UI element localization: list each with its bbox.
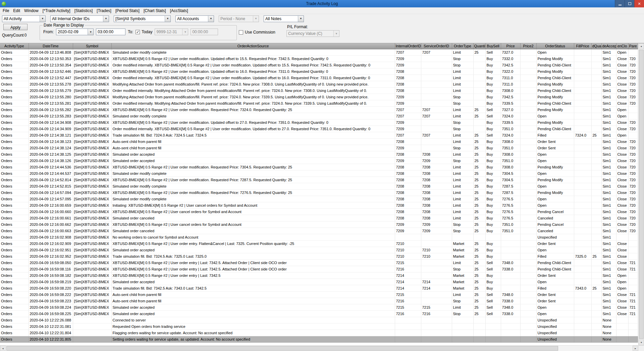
column-header[interactable]: Symbol bbox=[73, 43, 111, 49]
table-row[interactable]: Orders2020-04-09 12:16:02.909[Sim]XBTUSD… bbox=[0, 240, 638, 247]
chevron-down-icon[interactable]: ▼ bbox=[88, 29, 93, 35]
column-header[interactable]: ServiceOrderID bbox=[421, 43, 452, 49]
chevron-down-icon[interactable]: ▼ bbox=[298, 16, 304, 22]
column-header[interactable]: OrderStatus bbox=[536, 43, 574, 49]
column-header[interactable]: DateTime bbox=[29, 43, 73, 49]
table-row[interactable]: Orders2020-04-09 16:59:08.220[Sim]XBTUSD… bbox=[0, 285, 638, 291]
column-header[interactable]: OrderActionSource bbox=[111, 43, 395, 49]
table-row[interactable]: Orders2020-04-09 12:14:34.909[Sim]XBTUSD… bbox=[0, 126, 638, 132]
column-header[interactable]: dQuan bbox=[591, 43, 601, 49]
horizontal-scrollbar[interactable]: ◄ ► bbox=[0, 345, 644, 351]
table-row[interactable]: Orders2020-04-09 12:13:55.283[Sim]XBTUSD… bbox=[0, 113, 638, 119]
scroll-right-icon[interactable]: ► bbox=[633, 346, 638, 351]
table-row[interactable]: Orders2020-04-09 12:14:57.094[Sim]XBTUSD… bbox=[0, 189, 638, 196]
scroll-down-icon[interactable]: ▼ bbox=[639, 340, 644, 345]
minimize-button[interactable] bbox=[615, 0, 625, 7]
accounts-filter-dropdown[interactable]: All Accounts ▼ bbox=[175, 15, 214, 22]
symbols-filter-dropdown[interactable]: [Sim]All Symbols ▼ bbox=[114, 15, 171, 22]
menu-item[interactable]: Window bbox=[23, 8, 41, 14]
vertical-scroll-thumb[interactable] bbox=[639, 50, 644, 339]
table-row[interactable]: Orders2020-04-09 12:13:46.808[Sim]XBTUSD… bbox=[0, 49, 638, 55]
table-row[interactable]: Orders2020-04-09 12:16:00.660[Sim]XBTUSD… bbox=[0, 208, 638, 215]
table-row[interactable]: Orders2020-04-09 12:14:34.908[Sim]XBTUSD… bbox=[0, 119, 638, 126]
column-header[interactable]: InternalOrderID bbox=[395, 43, 421, 49]
table-row[interactable]: Orders2020-04-09 12:16:00.662[Sim]XBTUSD… bbox=[0, 221, 638, 228]
table-row[interactable]: Orders2020-04-09 12:16:00.661[Sim]XBTUSD… bbox=[0, 215, 638, 221]
table-row[interactable]: Orders2020-04-09 12:14:38.121[Sim]XBTUSD… bbox=[0, 132, 638, 138]
column-header[interactable]: OrderType bbox=[452, 43, 473, 49]
menu-item[interactable]: [Period Stats] bbox=[114, 8, 142, 14]
column-header[interactable]: enClo bbox=[616, 43, 628, 49]
column-header[interactable]: deAccep bbox=[601, 43, 616, 49]
table-row[interactable]: Orders2020-04-09 12:13:50.353[Sim]XBTUSD… bbox=[0, 55, 638, 62]
column-header[interactable]: Quantit bbox=[473, 43, 485, 49]
table-row[interactable]: Orders2020-04-09 12:16:02.952[Sim]XBTUSD… bbox=[0, 253, 638, 259]
from-time-field[interactable]: 03:00:00 bbox=[96, 29, 125, 35]
table-row[interactable]: Orders2020-04-09 12:14:52.814[Sim]XBTUSD… bbox=[0, 177, 638, 183]
table-row[interactable]: Orders2020-04-09 12:16:02.951[Sim]XBTUSD… bbox=[0, 247, 638, 253]
table-row[interactable]: Orders2020-04-09 12:14:44.537[Sim]XBTUSD… bbox=[0, 170, 638, 177]
scroll-left-icon[interactable]: ◄ bbox=[0, 346, 6, 351]
table-row[interactable]: Orders2020-04-09 16:59:08.182[Sim]XBTUSD… bbox=[0, 272, 638, 279]
vertical-scrollbar[interactable]: ▲ ▼ bbox=[638, 43, 644, 345]
chevron-down-icon[interactable]: ▼ bbox=[40, 16, 45, 22]
menu-item[interactable]: [Statistics] bbox=[73, 8, 96, 14]
table-row[interactable]: Orders2020-04-09 12:16:00.659[Sim]XBTUSD… bbox=[0, 202, 638, 208]
column-header[interactable]: Price2 bbox=[520, 43, 536, 49]
table-row[interactable]: Orders2020-04-09 12:16:02.908[Sim]XBTUSD… bbox=[0, 234, 638, 240]
table-row[interactable]: Orders2020-04-09 16:59:08.224[Sim]XBTUSD… bbox=[0, 304, 638, 310]
use-commission-checkbox[interactable] bbox=[239, 30, 243, 35]
today-option[interactable]: ✓ Today bbox=[136, 30, 152, 34]
table-row[interactable]: Orders2020-04-09 12:14:38.124[Sim]XBTUSD… bbox=[0, 145, 638, 151]
today-checkbox[interactable]: ✓ bbox=[136, 30, 140, 34]
maximize-button[interactable] bbox=[625, 0, 634, 7]
table-row[interactable]: Orders2020-04-09 12:13:55.280[Sim]XBTUSD… bbox=[0, 94, 638, 100]
apply-button[interactable]: Apply bbox=[3, 24, 28, 30]
table-row[interactable]: Orders2020-04-09 16:59:08.225[Sim]XBTUSD… bbox=[0, 310, 638, 317]
menu-item[interactable]: [Trades] bbox=[95, 8, 114, 14]
vertical-scroll-track[interactable] bbox=[639, 49, 644, 340]
table-row[interactable]: Orders2020-04-09 12:13:50.354[Sim]XBTUSD… bbox=[0, 62, 638, 68]
table-row[interactable]: Orders2020-04-09 12:14:57.095[Sim]XBTUSD… bbox=[0, 196, 638, 202]
table-row[interactable]: Orders2020-04-09 12:13:52.446[Sim]XBTUSD… bbox=[0, 68, 638, 74]
table-row[interactable]: Orders2020-04-09 12:13:55.281[Sim]XBTUSD… bbox=[0, 100, 638, 106]
from-date-dropdown[interactable]: 2020-02-09 ▼ bbox=[56, 29, 94, 35]
table-row[interactable]: Orders2020-04-09 12:14:38.125[Sim]XBTUSD… bbox=[0, 151, 638, 157]
table-row[interactable]: Orders2020-04-09 16:59:08.116[Sim]XBTUSD… bbox=[0, 266, 638, 272]
notes-filter-dropdown[interactable]: All Notes ▼ bbox=[264, 15, 304, 22]
chevron-down-icon[interactable]: ▼ bbox=[165, 16, 170, 22]
table-row[interactable]: Orders2020-04-10 12:22:31.805Setting ord… bbox=[0, 336, 638, 342]
scroll-up-icon[interactable]: ▲ bbox=[639, 43, 644, 49]
table-row[interactable]: Orders2020-04-09 12:16:00.663[Sim]XBTUSD… bbox=[0, 228, 638, 234]
table-row[interactable]: Orders2020-04-10 12:22:26.088Connected t… bbox=[0, 317, 638, 323]
column-header[interactable]: Price bbox=[501, 43, 520, 49]
menu-item[interactable]: File bbox=[1, 8, 12, 14]
order-ids-filter-dropdown[interactable]: All Internal Order IDs ▼ bbox=[50, 15, 109, 22]
horizontal-scroll-thumb[interactable] bbox=[6, 346, 558, 351]
table-row[interactable]: Orders2020-04-09 12:14:52.815[Sim]XBTUSD… bbox=[0, 183, 638, 189]
table-row[interactable]: Orders2020-04-09 16:59:08.219[Sim]XBTUSD… bbox=[0, 279, 638, 285]
menu-item[interactable]: [Chart Stats] bbox=[142, 8, 169, 14]
column-header[interactable]: Pare bbox=[628, 43, 638, 49]
table-row[interactable]: Orders2020-04-09 12:13:55.278[Sim]XBTUSD… bbox=[0, 81, 638, 87]
menu-item[interactable]: [*Trade Activity] bbox=[41, 8, 73, 14]
table-row[interactable]: Orders2020-04-10 12:22:31.804Flagging or… bbox=[0, 330, 638, 336]
close-button[interactable]: ✕ bbox=[634, 0, 644, 7]
table-row[interactable]: Orders2020-04-09 12:14:38.126[Sim]XBTUSD… bbox=[0, 157, 638, 164]
menu-item[interactable]: [AccStats] bbox=[169, 8, 191, 14]
chevron-down-icon[interactable]: ▼ bbox=[208, 16, 214, 22]
horizontal-scroll-track[interactable] bbox=[6, 346, 633, 351]
column-header[interactable]: ActivityType bbox=[0, 43, 29, 49]
table-row[interactable]: Orders2020-04-09 16:59:08.223[Sim]XBTUSD… bbox=[0, 298, 638, 304]
table-row[interactable]: Orders2020-04-10 12:22:31.081Requested O… bbox=[0, 323, 638, 330]
column-header[interactable]: BuySell bbox=[485, 43, 501, 49]
table-row[interactable]: Orders2020-04-09 12:14:38.123[Sim]XBTUSD… bbox=[0, 138, 638, 145]
table-row[interactable]: Orders2020-04-09 12:13:52.447[Sim]XBTUSD… bbox=[0, 74, 638, 81]
column-header[interactable]: FillPrice bbox=[574, 43, 591, 49]
table-row[interactable]: Orders2020-04-09 16:59:08.222[Sim]XBTUSD… bbox=[0, 291, 638, 298]
menu-item[interactable]: Edit bbox=[12, 8, 23, 14]
table-row[interactable]: Orders2020-04-09 12:13:55.279[Sim]XBTUSD… bbox=[0, 87, 638, 94]
chevron-down-icon[interactable]: ▼ bbox=[103, 16, 109, 22]
table-row[interactable]: Orders2020-04-09 12:14:44.536[Sim]XBTUSD… bbox=[0, 164, 638, 170]
use-commission-option[interactable]: Use Commission bbox=[239, 30, 275, 35]
